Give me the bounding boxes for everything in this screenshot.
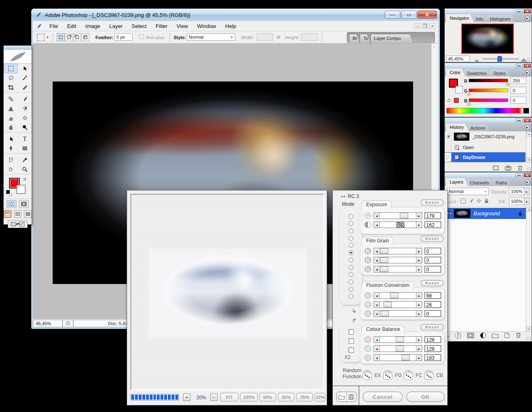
balance-green-value[interactable]: 128 — [425, 345, 441, 352]
lock-all-icon[interactable] — [484, 198, 489, 204]
zoom-tool[interactable] — [18, 165, 32, 174]
slider-thumb[interactable] — [381, 311, 389, 317]
panel-menu-icon[interactable]: ▶ — [525, 70, 530, 75]
brightness-slider[interactable]: ◀▶ — [374, 212, 422, 219]
slider-thumb[interactable] — [380, 257, 388, 263]
tab-history[interactable]: History — [446, 123, 469, 131]
green-slider-thumb[interactable] — [467, 92, 471, 95]
blend-mode-select[interactable]: Normal▼ — [447, 188, 489, 195]
mode-radio-9[interactable] — [348, 272, 353, 277]
blue-slider[interactable] — [469, 98, 508, 102]
history-snapshot-row[interactable]: _DSC3967-0239.png — [445, 132, 525, 142]
height-input[interactable] — [301, 33, 318, 41]
slider-left-arrow-icon[interactable]: ◀ — [374, 248, 380, 254]
colour-balance-reset-button[interactable]: Reset — [420, 324, 444, 331]
selection-mode-new-button[interactable] — [57, 33, 65, 41]
panel-close-icon[interactable]: x — [524, 173, 531, 177]
history-source-checkbox[interactable] — [445, 143, 451, 152]
zoom-10-button[interactable]: 10% — [314, 393, 326, 402]
slider-right-arrow-icon[interactable]: ▶ — [416, 337, 422, 342]
tab-info[interactable]: Info — [472, 15, 488, 22]
mode-radio-8[interactable] — [348, 265, 353, 270]
fluoron-blue-slider[interactable]: ◀▶ — [374, 310, 422, 317]
eraser-tool[interactable] — [4, 113, 18, 123]
magic-wand-tool[interactable] — [18, 73, 32, 83]
menu-file[interactable]: File — [45, 21, 63, 31]
opacity-input[interactable]: 100% — [509, 188, 525, 195]
burn-tool[interactable] — [18, 123, 32, 132]
mode-radio-5[interactable] — [348, 243, 353, 248]
slider-left-arrow-icon[interactable]: ◀ — [374, 311, 380, 317]
history-source-icon[interactable] — [445, 132, 451, 141]
mode-radio-7[interactable] — [348, 258, 353, 263]
menu-window[interactable]: Window — [193, 21, 221, 31]
balance-blue-slider[interactable]: ◀▶ — [374, 354, 422, 361]
lasso-tool[interactable] — [4, 73, 18, 83]
grain-value-3[interactable]: 0 — [425, 266, 441, 272]
mode-radio-3[interactable] — [348, 228, 353, 233]
slider-left-arrow-icon[interactable]: ◀ — [374, 346, 380, 351]
fluoron-green-value[interactable]: 26 — [425, 301, 441, 308]
slider-right-arrow-icon[interactable]: ▶ — [416, 213, 422, 219]
lock-position-icon[interactable] — [476, 198, 482, 204]
selection-mode-subtract-button[interactable] — [73, 33, 81, 41]
zoom-in-button[interactable]: + — [183, 393, 190, 401]
healing-brush-tool[interactable] — [4, 94, 18, 104]
default-colors-icon[interactable] — [6, 190, 10, 194]
slider-thumb[interactable] — [380, 248, 388, 254]
toolbox-title-bar[interactable] — [4, 46, 32, 50]
fluoron-reset-button[interactable]: Reset — [420, 280, 444, 286]
grain-value-2[interactable]: 0 — [425, 257, 441, 263]
history-scrollbar[interactable]: ▲ ▼ — [526, 131, 532, 163]
tab-layers[interactable]: Layers — [446, 178, 468, 186]
slider-right-arrow-icon[interactable]: ▶ — [416, 248, 422, 254]
contrast-value[interactable]: 162 — [425, 221, 441, 228]
tab-styles[interactable]: Styles — [490, 70, 511, 77]
red-slider[interactable] — [469, 79, 508, 82]
palette-tab-tool-presets[interactable]: To — [360, 34, 370, 43]
exposure-reset-button[interactable]: Reset — [420, 199, 444, 206]
feather-input[interactable]: 0 px — [114, 33, 132, 41]
add-layer-mask-icon[interactable] — [467, 333, 474, 338]
slider-thumb[interactable] — [390, 293, 398, 298]
tab-color[interactable]: Color — [446, 69, 465, 77]
panel-menu-icon[interactable]: ▶ — [525, 125, 530, 130]
style-select[interactable]: Normal▼ — [187, 33, 235, 41]
swap-dimensions-icon[interactable]: ⇄ — [276, 35, 280, 40]
slider-right-arrow-icon[interactable]: ▶ — [416, 293, 422, 298]
delete-state-trash-icon[interactable] — [517, 165, 523, 171]
move-tool[interactable] — [18, 64, 32, 73]
panel-minimize-icon[interactable] — [516, 9, 523, 13]
brightness-value[interactable]: 179 — [425, 212, 441, 219]
panel-menu-icon[interactable]: ▶ — [525, 16, 530, 21]
slider-left-arrow-icon[interactable]: ◀ — [374, 257, 380, 263]
navigator-zoom-slider-thumb[interactable] — [497, 56, 502, 62]
new-document-from-state-icon[interactable] — [493, 165, 499, 171]
mode-radio-4[interactable] — [348, 236, 353, 241]
tab-histogram[interactable]: Histogram — [486, 15, 515, 22]
grain-slider-1[interactable]: ◀▶ — [374, 248, 422, 254]
panel-close-icon[interactable]: x — [524, 64, 531, 68]
mode-radio-1[interactable] — [348, 214, 353, 219]
panel-resize-grip[interactable] — [526, 337, 531, 342]
color-ramp[interactable] — [446, 108, 529, 114]
tool-preset-dropdown-icon[interactable]: ▼ — [46, 36, 49, 39]
menu-layer[interactable]: Layer — [105, 21, 128, 31]
slider-thumb[interactable] — [396, 346, 404, 351]
slider-right-arrow-icon[interactable]: ▶ — [416, 346, 422, 351]
mode-radio-11[interactable] — [348, 287, 353, 292]
tab-paths[interactable]: Paths — [492, 179, 512, 186]
slider-left-arrow-icon[interactable]: ◀ — [374, 266, 380, 272]
navigator-thumbnail[interactable] — [461, 23, 514, 54]
menu-image[interactable]: Image — [81, 21, 105, 31]
close-button[interactable]: ✕ — [418, 11, 437, 19]
slider-left-arrow-icon[interactable]: ◀ — [374, 337, 380, 342]
menu-view[interactable]: View — [172, 21, 193, 31]
slider-thumb[interactable] — [380, 266, 388, 272]
x2-checkbox-2[interactable] — [348, 338, 354, 344]
menu-edit[interactable]: Edit — [63, 21, 81, 31]
slider-left-arrow-icon[interactable]: ◀ — [374, 302, 380, 307]
slider-right-arrow-icon[interactable]: ▶ — [416, 311, 422, 317]
history-state-row[interactable]: Open — [445, 142, 525, 152]
paint-bucket-tool[interactable] — [18, 113, 32, 123]
